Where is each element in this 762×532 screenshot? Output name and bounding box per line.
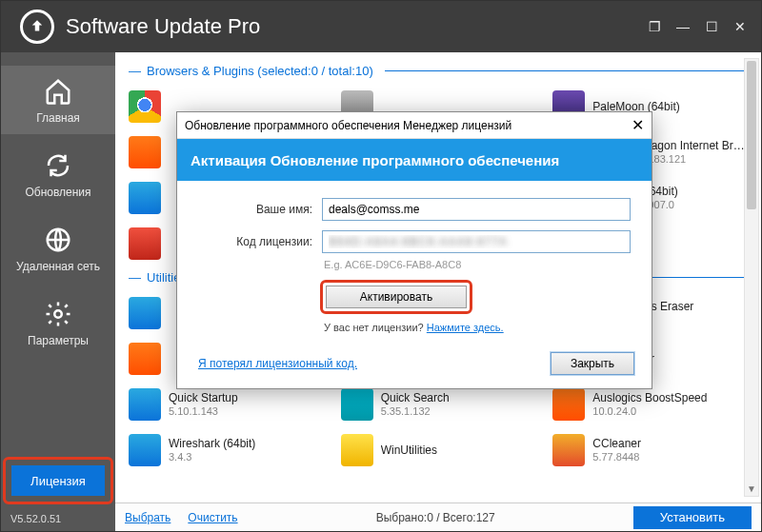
restore-window-icon[interactable]: ❐ <box>647 19 662 34</box>
minimize-window-icon[interactable]: — <box>675 19 691 34</box>
sidebar: Главная Обновления Удаленная сеть <box>1 52 115 531</box>
list-item[interactable]: CCleaner5.77.8448 <box>552 429 757 471</box>
version-label: V5.52.0.51 <box>1 506 115 531</box>
chrome-icon <box>129 90 161 123</box>
sidebar-item-label: Обновления <box>25 186 90 199</box>
refresh-icon <box>42 149 74 182</box>
globe-icon <box>42 224 74 256</box>
svg-point-1 <box>54 310 62 318</box>
app-icon <box>129 136 161 168</box>
vertical-scrollbar[interactable]: ▲ ▼ <box>744 58 759 497</box>
title-bar: Software Update Pro ❐ — ☐ ✕ <box>1 1 761 52</box>
app-name: Auslogics BoostSpeed <box>592 391 707 404</box>
footer-links: Выбрать Очистить <box>125 511 238 524</box>
collapse-icon[interactable]: — <box>129 64 141 78</box>
scroll-down-icon[interactable]: ▼ <box>745 481 758 496</box>
app-icon <box>129 343 161 375</box>
activate-button-highlight: Активировать <box>320 280 472 314</box>
app-icon <box>129 227 161 260</box>
sidebar-nav: Главная Обновления Удаленная сеть <box>1 52 115 457</box>
status-bar: Выбрать Очистить Выбрано:0 / Всего:127 У… <box>115 502 761 531</box>
list-item[interactable]: Wireshark (64bit)3.4.3 <box>129 429 333 471</box>
app-name: Quick Search <box>381 391 450 404</box>
no-license-row: У вас нет лицензии? Нажмите здесь. <box>324 322 631 333</box>
list-item[interactable]: Quick Startup5.10.1.143 <box>129 384 333 425</box>
quicksearch-icon <box>341 388 373 421</box>
sidebar-item-remote[interactable]: Удаленная сеть <box>1 214 115 283</box>
code-hint: E.g. AC6E-D9C6-FAB8-A8C8 <box>324 259 631 270</box>
app-version: 5.10.1.143 <box>169 405 238 418</box>
sidebar-item-label: Параметры <box>28 334 89 347</box>
app-name: WinUtilities <box>381 443 437 457</box>
no-license-link[interactable]: Нажмите здесь. <box>427 322 504 333</box>
app-title: Software Update Pro <box>66 14 647 39</box>
select-link[interactable]: Выбрать <box>125 511 170 524</box>
home-icon <box>42 75 74 108</box>
clear-link[interactable]: Очистить <box>188 511 237 524</box>
dialog-body: Ваше имя: Код лицензии: E.g. AC6E-D9C6-F… <box>177 181 652 341</box>
app-name: Quick Startup <box>169 391 238 404</box>
license-code-input[interactable] <box>322 230 631 253</box>
no-license-text: У вас нет лицензии? <box>324 322 424 333</box>
wireshark-icon <box>129 434 161 466</box>
form-row-name: Ваше имя: <box>198 198 631 221</box>
app-version: 3.4.3 <box>169 451 255 463</box>
license-button-highlight: Лицензия <box>3 457 113 504</box>
sidebar-item-home[interactable]: Главная <box>1 66 115 134</box>
name-input[interactable] <box>322 198 631 221</box>
list-item[interactable]: Quick Search5.35.1.132 <box>341 384 546 425</box>
winutilities-icon <box>341 434 373 466</box>
lost-code-link[interactable]: Я потерял лицензионный код. <box>198 357 357 370</box>
app-logo-icon <box>20 10 54 44</box>
dialog-close-icon[interactable]: ✕ <box>632 118 644 133</box>
dialog-close-button[interactable]: Закрыть <box>551 352 634 375</box>
app-version: 5.35.1.132 <box>381 405 450 418</box>
list-item[interactable]: Auslogics BoostSpeed10.0.24.0 <box>552 384 757 425</box>
section-divider <box>385 70 744 71</box>
activate-button[interactable]: Активировать <box>326 286 467 308</box>
scroll-thumb[interactable] <box>747 61 756 209</box>
license-button[interactable]: Лицензия <box>11 465 105 496</box>
app-name: Wireshark (64bit) <box>169 437 255 450</box>
app-icon <box>129 297 161 329</box>
app-icon <box>129 182 161 214</box>
app-name: CCleaner <box>592 437 641 450</box>
license-dialog: Обновление программного обеспечения Мене… <box>176 111 652 389</box>
name-label: Ваше имя: <box>198 203 312 216</box>
sidebar-item-label: Главная <box>36 111 80 125</box>
code-label: Код лицензии: <box>198 235 312 248</box>
gear-icon <box>42 298 74 330</box>
list-item[interactable]: WinUtilities <box>341 429 546 471</box>
sidebar-item-label: Удаленная сеть <box>16 260 100 273</box>
form-row-code: Код лицензии: <box>198 230 631 253</box>
maximize-window-icon[interactable]: ☐ <box>704 19 719 34</box>
collapse-icon[interactable]: — <box>129 270 141 285</box>
app-name <box>169 100 171 113</box>
app-version: 5.77.8448 <box>592 451 641 463</box>
sidebar-item-settings[interactable]: Параметры <box>1 288 115 357</box>
boostspeed-icon <box>552 388 585 421</box>
dialog-titlebar: Обновление программного обеспечения Мене… <box>177 112 652 139</box>
section-header-browsers[interactable]: — Browsers & Plugins (selected:0 / total… <box>129 64 757 78</box>
selection-status: Выбрано:0 / Всего:127 <box>238 511 633 524</box>
app-version: 10.0.24.0 <box>592 405 707 418</box>
install-button[interactable]: Установить <box>633 506 752 529</box>
dialog-banner: Активация Обновление программного обеспе… <box>177 139 652 181</box>
section-title: Browsers & Plugins (selected:0 / total:1… <box>147 64 373 78</box>
dialog-title: Обновление программного обеспечения Мене… <box>185 119 511 132</box>
dialog-footer: Я потерял лицензионный код. Закрыть <box>177 341 652 388</box>
sidebar-item-updates[interactable]: Обновления <box>1 140 115 208</box>
quickstartup-icon <box>129 388 161 421</box>
close-window-icon[interactable]: ✕ <box>732 19 748 34</box>
window-controls: ❐ — ☐ ✕ <box>647 19 753 34</box>
ccleaner-icon <box>552 434 585 466</box>
